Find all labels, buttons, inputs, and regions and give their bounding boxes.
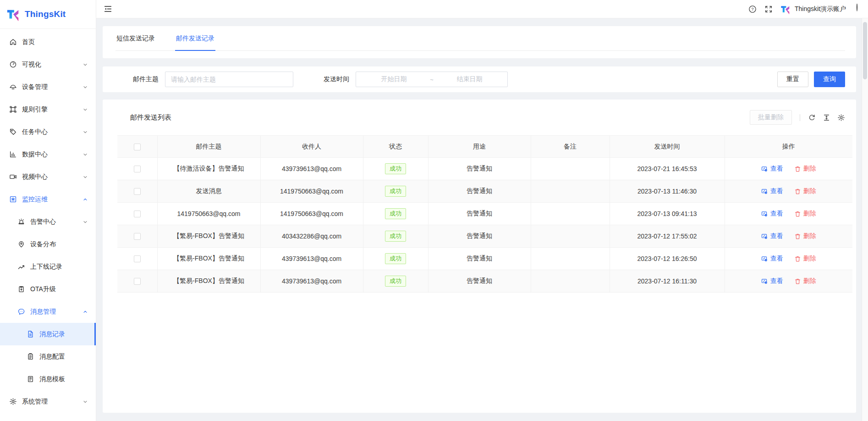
sidebar-item-ota-upgrade[interactable]: OTA升级 [0,278,96,300]
sidebar-item-label: 系统管理 [22,398,77,406]
remark-cell [531,225,610,248]
row-checkbox[interactable] [134,210,141,217]
view-link[interactable]: 查看 [761,165,783,173]
sidebar-item-message-template[interactable]: 消息模板 [0,368,96,390]
sidebar-item-monitor-ops[interactable]: 监控运维 [0,188,96,210]
send-time-cell: 2023-07-12 17:55:02 [610,225,725,248]
sidebar-item-label: OTA升级 [30,285,88,294]
sidebar-item-label: 消息模板 [39,375,88,383]
sidebar-item-rule-engine[interactable]: 规则引擎 [0,98,96,121]
sidebar-item-message-config[interactable]: 消息配置 [0,345,96,368]
subject-input[interactable] [165,72,293,87]
status-cell: 成功 [363,203,428,225]
send-time-cell: 2023-07-13 11:46:30 [610,180,725,203]
trash-icon [794,210,801,217]
send-time-cell: 2023-07-12 16:26:50 [610,248,725,270]
refresh-icon[interactable] [808,114,816,122]
sidebar-item-alarm-center[interactable]: 告警中心 [0,210,96,233]
sidebar-item-label: 消息记录 [39,330,88,338]
recipient-cell: 439739613@qq.com [260,248,363,270]
status-cell: 成功 [363,248,428,270]
table-row: 【繁易-FBOX】告警通知403432286@qq.com成功告警通知2023-… [117,225,852,248]
recipient-cell: 439739613@qq.com [260,158,363,180]
content-area: 短信发送记录邮件发送记录 邮件主题 发送时间 开始日期 ~ 结束日期 [96,18,868,421]
tab-email-records[interactable]: 邮件发送记录 [175,33,215,50]
table-header-row: 邮件主题收件人状态用途备注发送时间操作 [117,136,852,158]
status-badge: 成功 [385,186,406,196]
table-wrap: 邮件主题收件人状态用途备注发送时间操作 【待激活设备】告警通知439739613… [117,135,852,413]
sidebar-item-message-records[interactable]: 消息记录 [0,323,96,345]
delete-link[interactable]: 删除 [794,232,816,240]
sidebar-item-home[interactable]: 首页 [0,31,96,53]
scrollbar-thumb[interactable] [863,22,867,79]
view-link[interactable]: 查看 [761,187,783,195]
sidebar-item-video-center[interactable]: 视频中心 [0,166,96,188]
chevron-down-icon [82,61,88,68]
account-menu[interactable]: Thingskit演示账户 [780,4,846,14]
select-all-checkbox[interactable] [134,144,141,150]
view-link[interactable]: 查看 [761,277,783,285]
subject-cell: 1419750663@qq.com [157,203,260,225]
view-link[interactable]: 查看 [761,255,783,263]
end-date-input[interactable]: 结束日期 [436,75,503,83]
view-label: 查看 [770,165,783,173]
chevron-down-icon [82,129,88,135]
sidebar-item-visualization[interactable]: 可视化 [0,53,96,76]
brand-name: ThingsKit [25,9,66,19]
sidebar-item-label: 消息管理 [30,308,77,316]
delete-link[interactable]: 删除 [794,210,816,218]
sidebar-item-data-center[interactable]: 数据中心 [0,143,96,166]
row-checkbox[interactable] [134,188,141,195]
column-header-recipient: 收件人 [260,136,363,158]
tag-icon [9,128,17,136]
view-icon [761,210,768,217]
sidebar-item-device-management[interactable]: 设备管理 [0,76,96,98]
view-label: 查看 [770,187,783,195]
table-row: 【待激活设备】告警通知439739613@qq.com成功告警通知2023-07… [117,158,852,180]
subject-cell: 【繁易-FBOX】告警通知 [157,248,260,270]
delete-link[interactable]: 删除 [794,187,816,195]
sidebar-item-label: 可视化 [22,61,77,69]
sidebar-item-task-center[interactable]: 任务中心 [0,121,96,143]
row-checkbox[interactable] [134,166,141,172]
help-icon[interactable]: ? [748,5,757,13]
status-cell: 成功 [363,270,428,293]
toolbar-divider [800,114,800,121]
row-checkbox[interactable] [134,255,141,262]
view-label: 查看 [770,277,783,285]
message-icon [17,308,25,316]
date-range-picker[interactable]: 开始日期 ~ 结束日期 [356,72,508,87]
fullscreen-icon[interactable] [764,5,773,13]
delete-link[interactable]: 删除 [794,165,816,173]
avatar[interactable] [857,4,862,15]
reset-button[interactable]: 重置 [777,72,808,87]
view-link[interactable]: 查看 [761,210,783,218]
settings-icon[interactable] [837,114,845,122]
query-button[interactable]: 查询 [814,72,845,87]
row-height-icon[interactable] [823,114,830,122]
sidebar: ThingsKit 首页可视化设备管理规则引擎任务中心数据中心视频中心监控运维告… [0,0,96,421]
brand-logo[interactable]: ThingsKit [0,0,96,29]
sidebar-item-device-distribution[interactable]: 设备分布 [0,233,96,255]
view-link[interactable]: 查看 [761,232,783,240]
remark-cell [531,203,610,225]
delete-link[interactable]: 删除 [794,277,816,285]
send-time-filter-label: 发送时间 [324,75,349,83]
sidebar-item-online-records[interactable]: 上下线记录 [0,255,96,278]
main-column: ? Thingskit演示账户 短信发送记录邮件发送记录 [96,0,868,421]
batch-delete-button[interactable]: 批量删除 [750,110,792,125]
tab-sms-records[interactable]: 短信发送记录 [115,33,156,50]
sidebar-item-message-management[interactable]: 消息管理 [0,300,96,323]
delete-label: 删除 [803,255,816,263]
row-select-cell [117,270,157,293]
file-icon [27,330,34,338]
view-icon [761,233,768,240]
start-date-input[interactable]: 开始日期 [361,75,427,83]
sidebar-item-system-management[interactable]: 系统管理 [0,390,96,413]
row-checkbox[interactable] [134,233,141,240]
row-checkbox[interactable] [134,278,141,285]
purpose-cell: 告警通知 [428,248,531,270]
delete-link[interactable]: 删除 [794,255,816,263]
actions-cell: 查看删除 [725,158,852,180]
sidebar-collapse-icon[interactable] [104,5,112,13]
